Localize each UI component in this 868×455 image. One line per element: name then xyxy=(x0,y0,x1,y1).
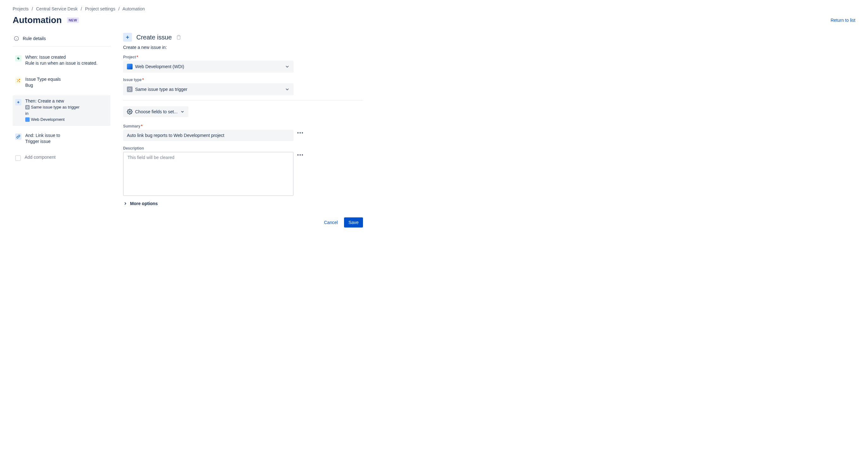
step-title: Issue Type equals xyxy=(25,77,108,82)
rule-details-label: Rule details xyxy=(23,36,46,41)
choose-fields-label: Choose fields to set... xyxy=(135,109,178,114)
info-icon xyxy=(14,36,19,41)
issue-type-icon xyxy=(25,105,30,109)
add-component-label: Add component xyxy=(25,155,108,160)
plus-icon xyxy=(123,33,132,42)
step-title: Then: Create a new xyxy=(25,98,108,103)
breadcrumb-item-automation[interactable]: Automation xyxy=(122,6,145,11)
shuffle-icon xyxy=(15,77,22,84)
chevron-down-icon xyxy=(180,109,185,114)
gear-icon xyxy=(127,109,132,115)
circle-plus-icon xyxy=(15,155,21,161)
step-description: Rule is run when an issue is created. xyxy=(25,60,108,67)
add-component-button[interactable]: Add component xyxy=(12,152,111,164)
breadcrumb-separator: / xyxy=(30,6,35,11)
step-sub-project: Web Development xyxy=(25,117,108,123)
action-config-panel: Create issue Create a new issue in: Proj… xyxy=(123,33,363,228)
plus-icon xyxy=(15,99,22,105)
new-badge: NEW xyxy=(67,18,79,23)
rule-step-trigger[interactable]: When: Issue created Rule is run when an … xyxy=(12,52,111,70)
chevron-down-icon xyxy=(285,87,290,92)
step-title: And: Link issue to xyxy=(25,133,108,138)
page-header: Automation NEW Return to list xyxy=(12,15,856,25)
issue-type-label: Issue type* xyxy=(123,77,363,82)
step-description: Trigger issue xyxy=(25,138,108,145)
return-to-list-link[interactable]: Return to list xyxy=(831,18,856,23)
svg-marker-3 xyxy=(17,57,20,60)
description-more-button[interactable] xyxy=(297,152,303,156)
step-sub-in: in xyxy=(25,110,108,117)
step-sub-same-type: Same issue type as trigger xyxy=(25,104,108,110)
choose-fields-button[interactable]: Choose fields to set... xyxy=(123,106,188,117)
delete-action-button[interactable] xyxy=(176,35,181,40)
more-options-toggle[interactable]: More options xyxy=(123,201,363,206)
breadcrumb-item-project-settings[interactable]: Project settings xyxy=(85,6,115,11)
panel-title: Create issue xyxy=(136,34,172,41)
project-label: Project* xyxy=(123,55,363,59)
breadcrumb: Projects / Central Service Desk / Projec… xyxy=(12,6,856,11)
save-button[interactable]: Save xyxy=(344,218,363,228)
rule-sidebar: Rule details When: Issue created Rule is… xyxy=(12,33,111,228)
svg-line-6 xyxy=(17,79,18,80)
page-title: Automation xyxy=(12,15,62,25)
step-description: Bug xyxy=(25,83,108,89)
summary-label: Summary* xyxy=(123,124,363,128)
rule-step-action-create[interactable]: Then: Create a new Same issue type as tr… xyxy=(12,95,111,126)
breadcrumb-item-projects[interactable]: Projects xyxy=(12,6,29,11)
chevron-down-icon xyxy=(285,64,290,69)
issue-type-icon xyxy=(127,87,132,92)
project-icon xyxy=(25,118,30,122)
summary-more-button[interactable] xyxy=(297,130,303,133)
link-icon xyxy=(15,133,22,140)
cancel-button[interactable]: Cancel xyxy=(320,218,342,228)
panel-subtitle: Create a new issue in: xyxy=(123,45,363,50)
issue-type-value: Same issue type as trigger xyxy=(135,87,187,92)
chevron-right-icon xyxy=(123,201,127,206)
rule-step-condition[interactable]: Issue Type equals Bug xyxy=(12,73,111,92)
description-input[interactable] xyxy=(123,152,293,196)
rule-step-action-link[interactable]: And: Link issue to Trigger issue xyxy=(12,130,111,148)
project-value: Web Development (WDI) xyxy=(135,64,184,69)
breadcrumb-separator: / xyxy=(79,6,84,11)
breadcrumb-item-service-desk[interactable]: Central Service Desk xyxy=(36,6,78,11)
more-options-label: More options xyxy=(130,201,158,206)
svg-point-12 xyxy=(129,111,131,112)
summary-input[interactable] xyxy=(123,130,293,141)
project-select[interactable]: Web Development (WDI) xyxy=(123,61,293,72)
svg-point-9 xyxy=(27,106,28,108)
rule-details-header[interactable]: Rule details xyxy=(12,33,111,46)
issue-type-select[interactable]: Same issue type as trigger xyxy=(123,83,293,95)
divider xyxy=(123,100,363,101)
description-label: Description xyxy=(123,146,363,151)
breadcrumb-separator: / xyxy=(117,6,122,11)
flash-icon xyxy=(15,55,22,62)
step-title: When: Issue created xyxy=(25,55,108,60)
footer-actions: Cancel Save xyxy=(123,218,363,228)
project-avatar-icon xyxy=(127,64,132,69)
